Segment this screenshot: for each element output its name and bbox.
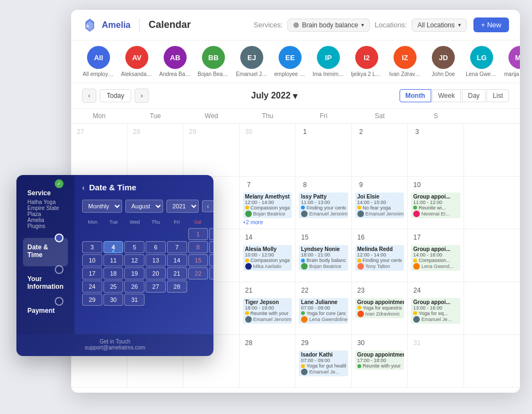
employee-item[interactable]: I2 Ijeikya 2 Lesie Ernie <box>350 46 383 77</box>
employee-item[interactable]: EE employee e... <box>274 46 307 77</box>
widget-step-payment[interactable]: Payment <box>23 301 68 322</box>
calendar-cell[interactable]: 1 <box>296 124 352 176</box>
employee-item[interactable]: BB Bojan Beatrice <box>197 46 230 77</box>
mini-cal-day[interactable]: 4 <box>103 241 124 253</box>
calendar-cell[interactable]: 2 <box>352 124 408 176</box>
mini-cal-day[interactable]: 7 <box>167 241 187 253</box>
mini-cal-day[interactable]: 1 <box>188 228 209 240</box>
employee-item[interactable]: EJ Emanuel Jer... <box>235 46 268 77</box>
calendar-cell[interactable]: 15 Lyndsey Nonie 18:00 - 21:00 Brain bod… <box>296 229 352 282</box>
widget-year-select[interactable]: 2021 <box>166 200 199 213</box>
calendar-event[interactable]: Melinda Redd 12:00 - 14:00 Finding your … <box>355 245 404 271</box>
mini-cal-day[interactable]: 31 <box>124 294 144 306</box>
employee-item[interactable]: All All employees <box>82 46 115 77</box>
employee-item[interactable]: LG Lena Gwen... <box>465 46 498 77</box>
service-select[interactable]: Brain body balance ▾ <box>287 19 371 32</box>
prev-month-button[interactable]: ‹ <box>82 89 96 103</box>
mini-cal-day[interactable]: 26 <box>124 281 144 293</box>
calendar-cell[interactable]: 28 <box>240 335 296 387</box>
mini-cal-day[interactable]: 24 <box>82 281 102 293</box>
calendar-cell[interactable]: 30 <box>240 124 296 176</box>
mini-cal-day[interactable]: 22 <box>188 267 209 279</box>
widget-view-select[interactable]: Monthly <box>82 200 122 213</box>
mini-cal-day[interactable]: 15 <box>188 254 209 266</box>
next-month-button[interactable]: › <box>135 89 149 103</box>
employee-item[interactable]: JD John Doe <box>427 46 460 77</box>
calendar-event[interactable]: Group appointment Yoga for equestrians I… <box>355 298 404 318</box>
employee-item[interactable]: M3 marija 3 Mike Sober <box>504 46 520 77</box>
calendar-event[interactable]: Tiger Jepson 18:00 - 19:00 Reunite with … <box>243 298 292 324</box>
mini-cal-day[interactable]: 2 <box>209 228 213 240</box>
calendar-cell[interactable]: 30 Group appointment 17:00 - 18:00 Reuni… <box>352 335 408 387</box>
widget-step-date-&-time[interactable]: Date & Time <box>23 238 68 266</box>
mini-cal-day[interactable]: 11 <box>103 254 124 266</box>
widget-step-your-information[interactable]: Your Information <box>23 270 68 298</box>
calendar-cell[interactable]: 29 Isador Kathi 07:00 - 09:00 Yoga for g… <box>296 335 352 387</box>
calendar-event[interactable]: Isador Kathi 07:00 - 09:00 Yoga for gut … <box>299 351 348 376</box>
employee-item[interactable]: AV Aleksandar ... <box>120 46 153 77</box>
calendar-cell[interactable]: 9 Joi Elsie 14:00 - 15:00 No fear yoga E… <box>352 177 408 229</box>
calendar-event[interactable]: Lyndsey Nonie 18:00 - 21:00 Brain body b… <box>299 245 348 271</box>
mini-cal-day[interactable]: 13 <box>146 254 166 266</box>
view-tab-day[interactable]: Day <box>462 89 485 102</box>
calendar-event[interactable]: Alesia Molly 10:00 - 12:00 Compassion yo… <box>243 245 292 271</box>
calendar-cell[interactable] <box>464 282 521 335</box>
calendar-cell[interactable]: 3 <box>408 124 464 176</box>
mini-cal-day[interactable]: 21 <box>167 267 187 279</box>
mini-cal-day[interactable]: 3 <box>82 241 102 253</box>
mini-cal-day[interactable]: 14 <box>167 254 187 266</box>
location-select[interactable]: All Locations ▾ <box>412 19 467 32</box>
calendar-event[interactable]: Issy Patty 11:00 - 13:00 Finding your ce… <box>299 193 348 218</box>
mini-cal-day[interactable]: 28 <box>167 281 187 293</box>
mini-cal-day[interactable]: 10 <box>82 254 102 266</box>
calendar-cell[interactable] <box>464 124 521 176</box>
more-events-link[interactable]: +2 more <box>243 219 292 225</box>
mini-cal-day[interactable]: 12 <box>124 254 144 266</box>
calendar-event[interactable]: Melany Amethyst 12:00 - 14:00 Compassion… <box>243 193 292 218</box>
mini-cal-day[interactable]: 29 <box>82 294 102 306</box>
calendar-event[interactable]: Group appointment 17:00 - 18:00 Reunite … <box>355 351 404 370</box>
calendar-event[interactable]: Lane Julianne 07:00 - 09:00 Yoga for cor… <box>299 298 348 324</box>
calendar-cell[interactable]: 8 Issy Patty 11:00 - 13:00 Finding your … <box>296 177 352 229</box>
calendar-event[interactable]: Joi Elsie 14:00 - 15:00 No fear yoga Ema… <box>355 193 404 218</box>
calendar-cell[interactable]: 28 <box>128 124 184 176</box>
calendar-event[interactable]: Group appoi... 11:00 - 12:00 Reunite wi.… <box>411 193 460 218</box>
mini-cal-day[interactable]: 25 <box>103 281 124 293</box>
view-tab-week[interactable]: Week <box>432 89 461 102</box>
widget-back-button[interactable]: ‹ <box>82 183 85 192</box>
calendar-cell[interactable]: 31 <box>408 335 464 387</box>
calendar-cell[interactable]: 27 <box>71 124 128 176</box>
employee-item[interactable]: IZ Ivan Zdravk... <box>389 46 421 77</box>
calendar-cell[interactable] <box>464 177 521 229</box>
calendar-cell[interactable]: 16 Melinda Redd 12:00 - 14:00 Finding yo… <box>352 229 408 282</box>
mini-cal-day[interactable]: 27 <box>146 281 166 293</box>
calendar-cell[interactable]: 23 Group appointment Yoga for equestrian… <box>352 282 408 335</box>
mini-cal-day[interactable]: 9 <box>209 241 213 253</box>
mini-cal-day[interactable]: 30 <box>103 294 124 306</box>
calendar-event[interactable]: Group appoi... 14:00 - 16:00 Compassion.… <box>411 245 460 271</box>
view-tab-month[interactable]: Month <box>400 89 431 102</box>
calendar-cell[interactable]: 17 Group appoi... 14:00 - 16:00 Compassi… <box>408 229 464 282</box>
widget-month-select[interactable]: August <box>125 200 163 213</box>
calendar-cell[interactable]: 29 <box>183 124 240 176</box>
mini-cal-day[interactable]: 5 <box>124 241 144 253</box>
calendar-cell[interactable]: 24 Group appoi... 13:00 - 16:00 Yoga for… <box>408 282 464 335</box>
mini-cal-day[interactable]: 8 <box>188 241 209 253</box>
employee-item[interactable]: AB Andrea Barber <box>159 46 192 77</box>
view-tab-list[interactable]: List <box>487 89 509 102</box>
new-button[interactable]: + New <box>473 18 509 32</box>
calendar-cell[interactable] <box>464 335 521 387</box>
calendar-cell[interactable]: 10 Group appoi... 11:00 - 12:00 Reunite … <box>408 177 464 229</box>
calendar-cell[interactable]: 14 Alesia Molly 10:00 - 12:00 Compassion… <box>240 229 296 282</box>
widget-prev-button[interactable]: ‹ <box>202 200 213 212</box>
widget-step-service[interactable]: ✓ Service Hatha YogaEmpire State PlazaAm… <box>23 184 68 235</box>
mini-cal-day[interactable]: 20 <box>146 267 166 279</box>
calendar-cell[interactable]: 21 Tiger Jepson 18:00 - 19:00 Reunite wi… <box>240 282 296 335</box>
calendar-cell[interactable] <box>464 229 521 282</box>
mini-cal-day[interactable]: 16 <box>209 254 213 266</box>
mini-cal-day[interactable]: 17 <box>82 267 102 279</box>
mini-cal-day[interactable]: 6 <box>146 241 166 253</box>
employee-item[interactable]: IP Ima Irenimo Emily Ernie <box>312 46 345 77</box>
mini-cal-day[interactable]: 18 <box>103 267 124 279</box>
calendar-cell[interactable]: 22 Lane Julianne 07:00 - 09:00 Yoga for … <box>296 282 352 335</box>
